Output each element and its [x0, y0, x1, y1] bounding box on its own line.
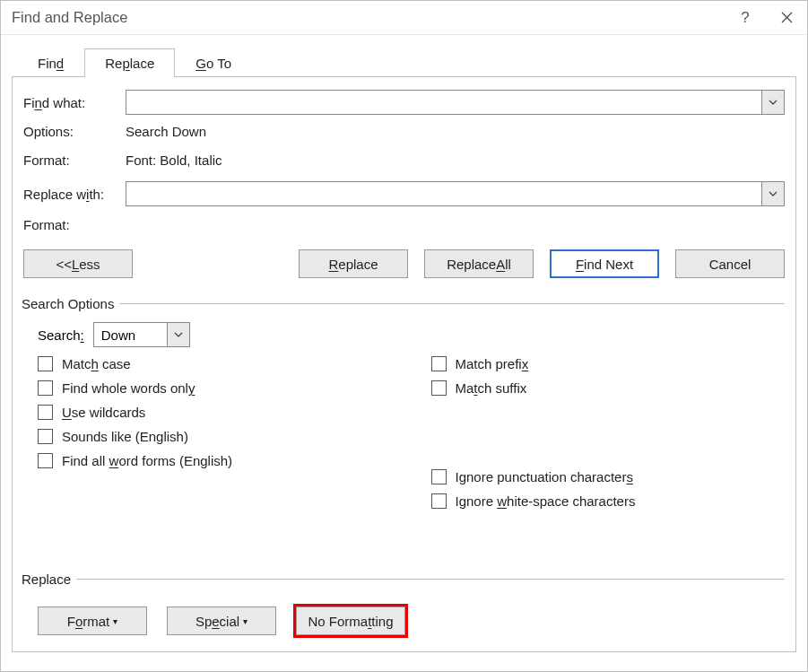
- tab-find[interactable]: Find: [17, 48, 84, 77]
- match-prefix-checkbox[interactable]: Match prefix: [431, 356, 771, 371]
- search-options-group: Search Options Search: Down: [23, 296, 785, 509]
- sounds-like-checkbox[interactable]: Sounds like (English): [38, 429, 378, 444]
- cancel-button[interactable]: Cancel: [675, 249, 785, 278]
- replace-with-dropdown-icon[interactable]: [761, 182, 784, 205]
- tabstrip: Find Replace Go To: [17, 48, 796, 76]
- replace-all-button[interactable]: Replace All: [424, 249, 534, 278]
- tab-panel-replace: Find what: Options: Search Down Format: …: [12, 76, 796, 652]
- checkbox-icon: [38, 356, 53, 371]
- format-value: Font: Bold, Italic: [126, 153, 222, 168]
- checkbox-icon: [431, 380, 447, 396]
- word-forms-checkbox[interactable]: Find all word forms (English): [38, 453, 378, 468]
- checkbox-icon: [431, 493, 447, 509]
- checkbox-icon: [38, 453, 53, 468]
- find-what-label: Find what:: [23, 95, 126, 110]
- search-direction-select[interactable]: Down: [93, 322, 190, 347]
- format-label: Format:: [23, 153, 126, 168]
- ignore-whitespace-checkbox[interactable]: Ignore white-space characters: [431, 493, 771, 509]
- main-button-row: << Less Replace Replace All Find Next Ca…: [23, 249, 785, 278]
- checkbox-icon: [431, 469, 447, 484]
- checkbox-icon: [38, 380, 53, 396]
- checkbox-icon: [38, 429, 53, 444]
- search-options-legend: Search Options: [22, 296, 119, 311]
- tab-replace[interactable]: Replace: [84, 48, 175, 77]
- ignore-punct-checkbox[interactable]: Ignore punctuation characters: [431, 469, 771, 484]
- replace-with-combo[interactable]: [126, 181, 785, 206]
- replace-group-legend: Replace: [22, 572, 76, 587]
- find-what-dropdown-icon[interactable]: [761, 91, 784, 114]
- titlebar: Find and Replace ?: [1, 1, 807, 35]
- use-wildcards-checkbox[interactable]: Use wildcards: [38, 405, 378, 420]
- replace-with-label: Replace with:: [23, 187, 126, 202]
- dialog-body: Find Replace Go To Find what: Options: S…: [1, 35, 807, 671]
- options-value: Search Down: [126, 124, 206, 139]
- search-direction-label: Search:: [38, 327, 84, 343]
- replace-button[interactable]: Replace: [299, 249, 408, 278]
- tab-goto[interactable]: Go To: [175, 48, 252, 77]
- no-formatting-button[interactable]: No Formatting: [296, 607, 405, 635]
- find-replace-dialog: Find and Replace ? Find Replace Go To Fi…: [0, 0, 808, 672]
- help-button[interactable]: ?: [725, 1, 766, 35]
- find-what-combo[interactable]: [126, 90, 785, 115]
- chevron-down-icon[interactable]: [167, 323, 189, 346]
- match-suffix-checkbox[interactable]: Match suffix: [431, 380, 771, 396]
- options-label: Options:: [23, 124, 126, 139]
- window-title: Find and Replace: [12, 9, 725, 26]
- find-next-button[interactable]: Find Next: [550, 249, 659, 278]
- format-menu-button[interactable]: Format▾: [38, 607, 147, 635]
- special-menu-button[interactable]: Special▾: [167, 607, 276, 635]
- replace-group: Replace Format▾ Special▾ No Formatting: [23, 572, 785, 635]
- checkbox-icon: [38, 405, 53, 420]
- checkbox-icon: [431, 356, 447, 371]
- format2-label: Format:: [23, 217, 126, 232]
- less-button[interactable]: << Less: [23, 249, 133, 278]
- find-what-input[interactable]: [126, 91, 761, 114]
- match-case-checkbox[interactable]: Match case: [38, 356, 378, 371]
- whole-words-checkbox[interactable]: Find whole words only: [38, 380, 378, 396]
- replace-with-input[interactable]: [126, 182, 761, 205]
- search-direction-value: Down: [94, 323, 167, 346]
- close-button[interactable]: [766, 1, 807, 35]
